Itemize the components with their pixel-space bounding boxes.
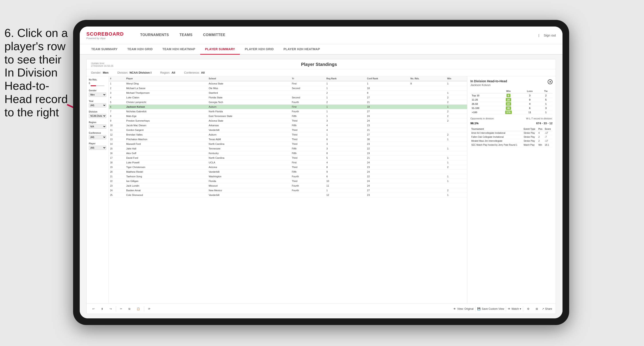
table-row[interactable]: 22 Ian Gilligan Florida Third 10 24 1 [109,179,467,183]
layout-button[interactable]: ⊞ [534,306,540,311]
cell-no-rds [409,95,446,100]
watch-button[interactable]: 👁 Watch ▾ [508,307,521,310]
tablet-screen: SCOREBOARD Powered by clippi TOURNAMENTS… [80,26,562,318]
sign-out-button[interactable]: Sign out [544,33,556,37]
table-row[interactable]: 2 Michael La Sasse Ole Miss Second 1 18 [109,86,467,91]
bottom-toolbar: ↩ ⏸ ↪ ✂ ⧉ 📋 ⟳ 👁 View: Original [86,304,556,314]
table-row[interactable]: 16 Alex Goff Kentucky Fifth 8 19 [109,151,467,156]
table-row[interactable]: 9 Preston Summerhays Arizona State Third… [109,119,467,123]
undo-button[interactable]: ↩ [90,306,97,311]
tab-player-h2h-heatmap[interactable]: PLAYER H2H HEATMAP [278,44,325,55]
table-row[interactable]: 24 Bastien Amat New Mexico Fourth 1 27 2 [109,188,467,193]
table-row[interactable]: 13 Phichaksn Maichon Texas A&M Third 6 3… [109,137,467,142]
save-custom-button[interactable]: 💾 Save Custom View [477,307,504,310]
cell-yr: Fifth [290,151,325,156]
table-row[interactable]: 19 Tiger Christensen Arizona Third 8 23 … [109,165,467,170]
table-row[interactable]: 11 Gordon Sargent Vanderbilt Third 4 21 [109,128,467,132]
paste-button[interactable]: 📋 [134,306,142,311]
h2h-tie: 1 [539,102,552,106]
table-row[interactable]: 18 Luke Powell UCLA First 4 24 1 [109,160,467,165]
tourn-pos: 2 [538,139,544,143]
cut-button[interactable]: ✂ [118,306,124,311]
table-row[interactable]: 21 Taehoon Song Washington Fourth 6 22 1 [109,174,467,179]
cell-yr: Fourth [290,183,325,188]
tab-team-summary[interactable]: TEAM SUMMARY [86,44,122,55]
cell-rank: 5 [109,100,125,105]
copy-button[interactable]: ⧉ [126,306,133,311]
cell-rank: 7 [109,109,125,114]
table-row[interactable]: 8 Mats Ege East Tennessee State Fifth 1 … [109,114,467,119]
cell-win [446,123,467,128]
nav-committee[interactable]: COMMITTEE [198,26,231,44]
table-row[interactable]: 17 David Ford North Carolina Third 5 21 … [109,156,467,160]
division-group: Division NCAA Division I [89,111,106,118]
col-rank: # [109,76,125,81]
cell-conf-rank: 24 [366,160,409,165]
nav-tournaments[interactable]: TOURNAMENTS [135,26,174,44]
gender-value: Men [103,71,108,74]
cell-conf-rank: 24 [366,183,409,188]
cell-reg-rank: 1 [325,109,366,114]
cell-school: Florida State [207,95,290,100]
table-row[interactable]: 6 Jackson Koivun Auburn First 1 18 1 [109,105,467,109]
save-icon: 💾 [477,307,480,310]
logo-area: SCOREBOARD Powered by clippi [86,31,124,40]
redo-button[interactable]: ↪ [108,306,114,311]
cell-rank: 12 [109,132,125,137]
no-rds-slider[interactable] [90,85,104,86]
gender-filter-label: Gender [89,89,106,92]
cell-conf-rank: 21 [366,156,409,160]
share-button[interactable]: ↗ Share [542,307,552,310]
division-select[interactable]: NCAA Division I [89,114,106,118]
cell-no-rds [409,109,446,114]
settings-button[interactable]: ⚙ [525,306,532,311]
table-row[interactable]: 23 Jack Lundin Missouri Fourth 11 24 [109,183,467,188]
table-row[interactable]: 15 Jake Hall Tennessee Fifth 3 22 1 [109,146,467,151]
tourn-name: Mirabel Maui Jim Intercollegiate [470,139,523,143]
conference-select[interactable]: (All) [89,135,106,139]
cell-yr: Fifth [290,123,325,128]
nav-teams[interactable]: TEAMS [174,26,198,44]
cell-reg-rank: 4 [325,128,366,132]
cell-reg-rank: 11 [325,183,366,188]
cell-no-rds [409,174,446,179]
region-filter-label: Region [89,121,106,124]
table-row[interactable]: 7 Nicholas Gabrelick North Florida Fourt… [109,109,467,114]
tournament-table: Tournament Event Type Pos Score Amer Ari… [470,127,552,147]
gender-select[interactable]: Men [89,93,106,97]
table-row[interactable]: 25 Cole Sherwood Vanderbilt 12 23 1 [109,193,467,197]
pause-button[interactable]: ⏸ [98,306,106,311]
cell-yr: Fifth [290,146,325,151]
top-nav: SCOREBOARD Powered by clippi TOURNAMENTS… [80,26,562,44]
player-select[interactable]: (All) [89,146,106,150]
tab-player-h2h-grid[interactable]: PLAYER H2H GRID [240,44,278,55]
h2h-win: 22 [496,102,520,106]
h2h-tie: 5 [539,98,552,102]
tab-player-summary[interactable]: PLAYER SUMMARY [200,44,240,55]
refresh-button[interactable]: ⟳ [146,306,152,311]
cell-player: Jake Hall [125,146,207,151]
h2h-win: 20 [496,98,520,102]
nav-items: TOURNAMENTS TEAMS COMMITTEE [135,26,538,44]
save-custom-label: Save Custom View [482,307,504,310]
table-row[interactable]: 5 Christo Lamprecht Georgia Tech Fourth … [109,100,467,105]
table-row[interactable]: 12 Brendan Valles Auburn Third 1 27 2 [109,132,467,137]
close-h2h-button[interactable]: ✕ [548,79,552,84]
cell-player: Tiger Christensen [125,165,207,170]
table-row[interactable]: 10 Jacob Mac Diesen Arkansas Fifth 4 23 [109,123,467,128]
col-win: Win [446,76,467,81]
cell-yr: Fifth [290,114,325,119]
region-select[interactable]: N/A [89,125,106,129]
table-row[interactable]: 3 Michael Thorbjornsen Stanford 2 8 1 [109,91,467,95]
table-row[interactable]: 1 Wenyi Ding Arizona State First 1 1 8 1 [109,81,467,86]
year-select[interactable]: (All) [89,103,106,107]
cell-player: Jacob Mac Diesen [125,123,207,128]
h2h-tie: 2 [539,94,552,98]
view-original-button[interactable]: 👁 View: Original [453,307,474,310]
table-row[interactable]: 4 Luke Claton Florida State Second 1 27 … [109,95,467,100]
table-row[interactable]: 14 Maxwell Ford North Carolina Third 3 2… [109,142,467,146]
tab-team-h2h-heatmap[interactable]: TEAM H2H HEATMAP [158,44,200,55]
tab-team-h2h-grid[interactable]: TEAM H2H GRID [122,44,158,55]
cell-no-rds [409,183,446,188]
table-row[interactable]: 20 Matthew Riedel Vanderbilt Fifth 9 24 [109,170,467,174]
